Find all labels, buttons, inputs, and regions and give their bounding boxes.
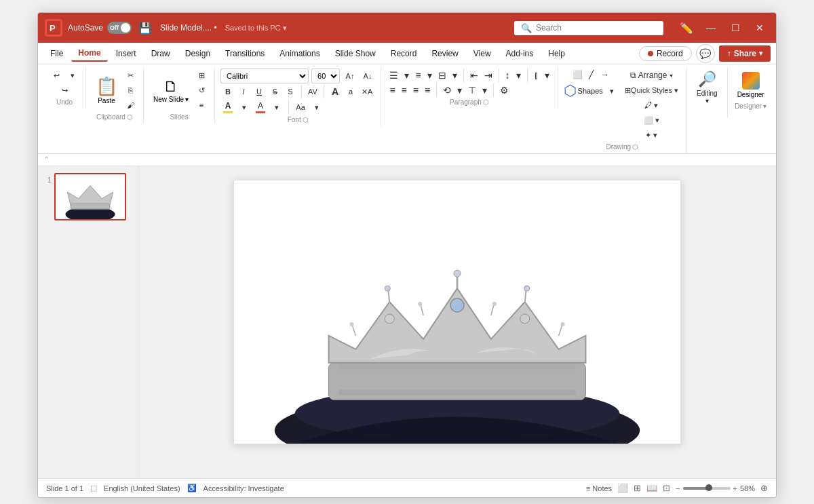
strikethrough-button[interactable]: S̶ <box>267 85 282 98</box>
language-label[interactable]: English (United States) <box>104 484 180 492</box>
text-align-button[interactable]: ⊤ <box>465 83 479 97</box>
bold-button[interactable]: B <box>220 85 235 98</box>
search-box[interactable]: 🔍 <box>514 21 663 35</box>
italic-button[interactable]: I <box>236 85 251 98</box>
drawing-expand-icon[interactable]: ⬡ <box>632 143 638 151</box>
normal-view-icon[interactable]: ⬜ <box>617 483 628 493</box>
new-slide-arrow[interactable]: ▾ <box>185 96 189 103</box>
multilevel-button[interactable]: ⊟ <box>435 69 449 82</box>
shape-fill-button[interactable]: 🖍 ▾ <box>622 98 681 112</box>
reading-view-icon[interactable]: 📖 <box>646 483 657 493</box>
maximize-button[interactable]: ☐ <box>726 18 745 37</box>
numbering-arrow[interactable]: ▾ <box>425 69 435 82</box>
menu-addins[interactable]: Add-ins <box>499 46 541 61</box>
justify-button[interactable]: ≡ <box>422 83 433 97</box>
cut-button[interactable]: ✂ <box>123 69 138 82</box>
line-spacing-arrow[interactable]: ▾ <box>513 69 524 82</box>
shapes-arrow[interactable]: ▾ <box>604 84 619 98</box>
share-button[interactable]: ↑ Share ▾ <box>719 45 771 62</box>
highlight-color-button[interactable]: A <box>253 100 268 115</box>
editing-button[interactable]: 🔎 Editing ▾ <box>693 69 722 106</box>
menu-design[interactable]: Design <box>178 46 217 61</box>
copy-button[interactable]: ⎘ <box>123 83 138 97</box>
numbering-button[interactable]: ≡ <box>412 69 423 82</box>
bullets-button[interactable]: ☰ <box>387 69 401 82</box>
menu-view[interactable]: View <box>467 46 498 61</box>
shape-effects-button[interactable]: ✦ ▾ <box>622 128 681 142</box>
paragraph-expand-icon[interactable]: ⬡ <box>483 98 489 106</box>
menu-record[interactable]: Record <box>384 46 424 61</box>
menu-home[interactable]: Home <box>71 45 107 62</box>
decrease-indent-button[interactable]: ⇤ <box>467 69 481 82</box>
slide-section-button[interactable]: ≡ <box>194 98 209 112</box>
align-left-button[interactable]: ≡ <box>387 83 398 97</box>
shape-line[interactable]: ╱ <box>585 69 598 81</box>
font-name-select[interactable]: Calibri <box>220 69 309 83</box>
designer-button[interactable]: Designer <box>733 69 769 101</box>
menu-draw[interactable]: Draw <box>144 46 177 61</box>
clipboard-expand-icon[interactable]: ⬡ <box>127 113 133 121</box>
highlight-color-arrow[interactable]: ▾ <box>269 100 284 114</box>
line-spacing-button[interactable]: ↕ <box>503 69 513 82</box>
text-align-arrow[interactable]: ▾ <box>480 83 490 97</box>
font-color-button[interactable]: A <box>220 100 235 115</box>
font-size-down-btn[interactable]: a <box>343 85 358 98</box>
menu-animations[interactable]: Animations <box>273 46 326 61</box>
undo-button[interactable]: ↩ <box>49 69 64 82</box>
zoom-out-icon[interactable]: − <box>676 484 680 492</box>
columns-arrow[interactable]: ▾ <box>542 69 552 82</box>
columns-button[interactable]: ⫿ <box>531 69 541 82</box>
notes-outline-icon[interactable]: ⬚ <box>90 484 97 492</box>
menu-slideshow[interactable]: Slide Show <box>328 46 383 61</box>
bullets-arrow[interactable]: ▾ <box>402 69 412 82</box>
paste-button[interactable]: 📋 Paste <box>92 74 121 106</box>
slide-layout-button[interactable]: ⊞ <box>194 69 209 82</box>
collapse-arrow[interactable]: ⌃ <box>43 155 50 164</box>
font-size-select[interactable]: 60 <box>311 69 340 83</box>
designer-expand-icon[interactable]: ▾ <box>763 102 767 110</box>
zoom-slider[interactable] <box>683 487 731 490</box>
close-button[interactable]: ✕ <box>750 18 769 37</box>
menu-review[interactable]: Review <box>425 46 465 61</box>
presenter-view-icon[interactable]: ⊡ <box>663 483 670 493</box>
underline-button[interactable]: U <box>252 85 267 98</box>
slide-reset-button[interactable]: ↺ <box>194 83 209 97</box>
redo-button[interactable]: ↪ <box>57 83 72 97</box>
zoom-percent[interactable]: 58% <box>740 484 755 492</box>
accessibility-label[interactable]: Accessibility: Investigate <box>204 484 284 492</box>
menu-transitions[interactable]: Transitions <box>218 46 271 61</box>
font-case-arrow[interactable]: ▾ <box>309 100 324 114</box>
shadow-button[interactable]: S <box>283 85 298 98</box>
increase-indent-button[interactable]: ⇥ <box>482 69 495 82</box>
menu-file[interactable]: File <box>43 46 70 61</box>
text-direction-button[interactable]: ⟲ <box>440 83 454 97</box>
format-painter-button[interactable]: 🖌 <box>123 98 138 112</box>
autosave-toggle[interactable]: Off <box>107 22 132 34</box>
font-case-button[interactable]: Aa <box>293 100 308 114</box>
align-right-button[interactable]: ≡ <box>410 83 421 97</box>
saved-location[interactable]: Saved to this PC ▾ <box>225 24 287 33</box>
menu-help[interactable]: Help <box>541 46 572 61</box>
chat-button[interactable]: 💬 <box>696 44 715 63</box>
record-button[interactable]: Record <box>639 46 692 61</box>
undo-dropdown[interactable]: ▾ <box>65 69 80 82</box>
minimize-button[interactable]: — <box>701 18 720 37</box>
shape-arrow[interactable]: → <box>599 69 611 81</box>
increase-font-button[interactable]: A↑ <box>343 69 357 83</box>
menu-insert[interactable]: Insert <box>109 46 143 61</box>
save-icon[interactable]: 💾 <box>138 22 152 35</box>
multilevel-arrow[interactable]: ▾ <box>450 69 460 82</box>
shape-rect[interactable]: ⬜ <box>572 69 584 81</box>
new-slide-button[interactable]: 🗋 New Slide ▾ <box>149 74 193 106</box>
quick-styles-button[interactable]: ⊞ Quick Styles ▾ <box>622 83 681 97</box>
pen-icon[interactable]: ✏️ <box>677 19 696 37</box>
editing-arrow[interactable]: ▾ <box>705 97 709 104</box>
font-color-arrow[interactable]: ▾ <box>237 100 252 114</box>
shapes-icon[interactable]: ⬡ <box>564 82 577 100</box>
char-spacing-button[interactable]: AV <box>305 85 320 98</box>
zoom-in-icon[interactable]: + <box>733 484 737 492</box>
slide-sorter-icon[interactable]: ⊞ <box>634 483 641 493</box>
shape-outline-button[interactable]: ⬜ ▾ <box>622 113 681 127</box>
clear-format-button[interactable]: ✕A <box>359 85 375 98</box>
text-direction-arrow[interactable]: ▾ <box>454 83 465 97</box>
